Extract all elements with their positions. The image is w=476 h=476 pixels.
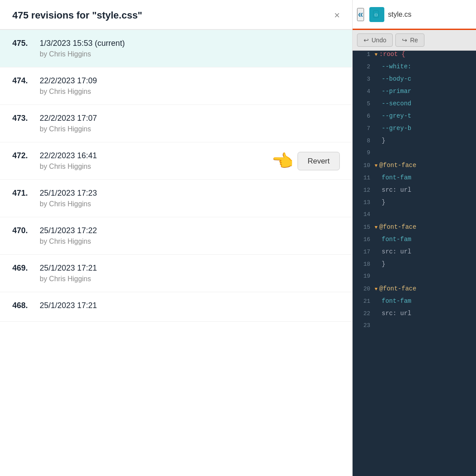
revision-item[interactable]: 474.22/2/2023 17:09by Chris Higgins [0,67,352,105]
revision-number: 471. [12,189,34,198]
code-line: 11font-fam [353,174,476,186]
code-text: @font-face [379,285,416,292]
revision-number: 470. [12,226,34,235]
code-line: 1▼:root { [353,51,476,63]
back-button[interactable]: « [357,8,364,21]
revision-date: 25/1/2023 17:21 [40,301,97,310]
code-text: --body-c [382,75,411,82]
fold-arrow-icon[interactable]: ▼ [375,225,378,230]
revert-area: 👉Revert [272,151,340,171]
line-number: 14 [356,211,370,218]
revert-button[interactable]: Revert [298,152,340,170]
line-number: 8 [356,138,370,144]
code-line: 23 [353,322,476,335]
line-number: 6 [356,113,370,119]
redo-button[interactable]: ↪ Re [395,33,424,47]
line-number: 12 [356,187,370,193]
code-text: --second [382,100,411,107]
revision-author: by Chris Higgins [40,125,340,133]
code-text: --grey-t [382,112,411,119]
code-line: 21font-fam [353,298,476,310]
code-text: font-fam [382,298,411,305]
fold-arrow-icon[interactable]: ▼ [375,52,378,57]
code-line: 9 [353,149,476,162]
revision-item[interactable]: 468.25/1/2023 17:21 [0,292,352,322]
revision-number: 468. [12,301,34,310]
revision-author: by Chris Higgins [40,275,340,283]
code-text: :root { [379,51,405,58]
fold-arrow-icon[interactable]: ▼ [375,163,378,168]
file-tab-label: style.cs [388,11,411,19]
code-text: src: url [382,310,411,317]
code-text: font-fam [382,174,411,181]
revision-number: 475. [12,39,34,48]
revision-item[interactable]: 475.1/3/2023 15:53 (current)by Chris Hig… [0,30,352,67]
undo-button[interactable]: ↩ Undo [357,33,393,47]
code-line: 16font-fam [353,236,476,248]
revision-date: 22/2/2023 17:09 [40,76,97,86]
undo-icon: ↩ [364,37,369,44]
revision-author: by Chris Higgins [40,200,340,208]
revisions-list: 475.1/3/2023 15:53 (current)by Chris Hig… [0,30,352,476]
code-line: 8} [353,137,476,149]
revision-date: 1/3/2023 15:53 (current) [40,39,125,48]
close-button[interactable]: × [334,11,340,20]
line-number: 2 [356,63,370,70]
code-line: 6--grey-t [353,112,476,125]
revision-author: by Chris Higgins [40,50,340,58]
code-panel: « {} style.cs ↩ Undo ↪ Re 1▼:root {2--wh… [353,0,476,476]
code-line: 19 [353,273,476,285]
revisions-panel: 475 revisions for "style.css" × 475.1/3/… [0,0,353,476]
code-text: --primar [382,88,411,95]
revision-number: 473. [12,114,34,123]
line-number: 22 [356,310,370,317]
line-number: 9 [356,149,370,156]
line-number: 16 [356,236,370,243]
line-number: 10 [356,162,370,169]
line-number: 15 [356,224,370,231]
revision-number: 474. [12,76,34,86]
code-line: 17src: url [353,248,476,260]
svg-text:{}: {} [374,13,378,17]
code-line: 5--second [353,100,476,112]
code-text: font-fam [382,236,411,243]
code-line: 15▼@font-face [353,223,476,236]
line-number: 1 [356,51,370,58]
revision-item[interactable]: 473.22/2/2023 17:07by Chris Higgins [0,105,352,142]
code-line: 18} [353,260,476,273]
panel-title: 475 revisions for "style.css" [12,10,142,21]
code-line: 7--grey-b [353,125,476,137]
code-text: } [382,137,385,144]
code-text: --grey-b [382,125,411,132]
revision-date: 22/2/2023 17:07 [40,114,97,123]
code-line: 3--body-c [353,75,476,88]
code-editor: 1▼:root {2--white:3--body-c4--primar5--s… [353,51,476,476]
pointing-hand-icon: 👉 [272,151,294,171]
revision-number: 469. [12,264,34,273]
line-number: 3 [356,76,370,82]
revision-author: by Chris Higgins [40,88,340,96]
code-text: } [382,199,385,206]
code-line: 10▼@font-face [353,162,476,174]
revision-item[interactable]: 472.22/2/2023 16:41by Chris Higgins👉Reve… [0,142,352,180]
code-line: 4--primar [353,88,476,100]
line-number: 4 [356,88,370,95]
code-text: } [382,260,385,268]
line-number: 23 [356,322,370,329]
revision-number: 472. [12,151,34,160]
editor-toolbar: ↩ Undo ↪ Re [353,30,476,51]
panel-header: 475 revisions for "style.css" × [0,0,352,30]
fold-arrow-icon[interactable]: ▼ [375,286,378,292]
revision-date: 25/1/2023 17:21 [40,264,97,273]
line-number: 19 [356,273,370,279]
file-tab-header: « {} style.cs [353,0,476,30]
revision-date: 25/1/2023 17:23 [40,189,97,198]
revision-item[interactable]: 469.25/1/2023 17:21by Chris Higgins [0,255,352,292]
code-text: @font-face [379,223,416,231]
revision-item[interactable]: 470.25/1/2023 17:22by Chris Higgins [0,217,352,255]
code-text: --white: [382,63,411,70]
code-line: 20▼@font-face [353,285,476,298]
revision-item[interactable]: 471.25/1/2023 17:23by Chris Higgins [0,180,352,217]
code-text: src: url [382,186,411,193]
code-line: 2--white: [353,63,476,75]
